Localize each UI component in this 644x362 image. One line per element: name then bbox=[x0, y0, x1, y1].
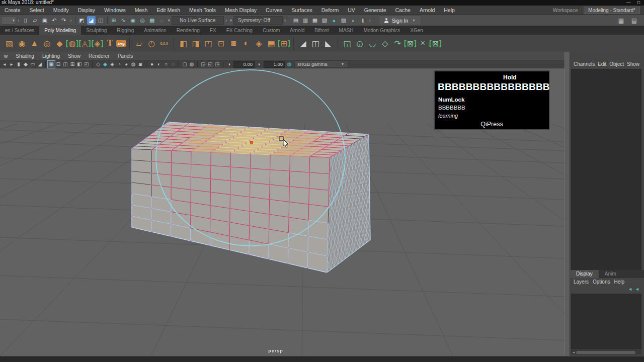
new-scene-icon[interactable]: ▯ bbox=[21, 16, 30, 25]
layer-visibility-icon[interactable]: ◄ bbox=[628, 287, 632, 292]
bookmark-icon[interactable]: ▮ bbox=[15, 61, 22, 68]
shelf-tab[interactable]: Motion Graphics bbox=[359, 26, 406, 35]
half-lighting-icon[interactable]: ◐ bbox=[155, 61, 163, 68]
bevel-icon[interactable]: ◵ bbox=[354, 37, 366, 50]
super-shape-icon[interactable]: ◈ bbox=[91, 37, 104, 50]
two-pane-stacked-layout-icon[interactable]: ⊟ bbox=[55, 61, 62, 68]
snap-to-curve-icon[interactable]: ∿ bbox=[119, 16, 128, 25]
isolate-select-icon[interactable]: ▢ bbox=[181, 61, 188, 68]
anti-alias-icon[interactable]: ◳ bbox=[214, 61, 221, 68]
group-collapse-icon[interactable]: › bbox=[284, 18, 286, 23]
menu-item[interactable]: Mesh Display bbox=[220, 7, 261, 13]
slice-tool-icon[interactable]: ⊠ bbox=[429, 37, 442, 50]
maximize-button[interactable]: □ bbox=[637, 0, 640, 5]
camera-attributes-icon[interactable]: ◆ bbox=[22, 61, 29, 68]
viewport-menu-item[interactable]: Lighting bbox=[38, 53, 64, 59]
selection-mask-dropdown[interactable]: ▾ bbox=[1, 16, 16, 25]
poly-plane-icon[interactable]: ◆ bbox=[53, 37, 66, 50]
image-plane-icon[interactable]: ▭ bbox=[29, 61, 36, 68]
shelf-tab[interactable]: Rendering bbox=[172, 26, 205, 35]
group-collapse-icon[interactable]: › bbox=[369, 18, 370, 23]
shelf-tab[interactable]: MASH bbox=[334, 26, 359, 35]
wedge-icon[interactable]: ↷ bbox=[391, 37, 404, 50]
select-by-component-icon[interactable]: ◫ bbox=[97, 16, 105, 25]
sign-in-button[interactable]: Sign In ▾ bbox=[379, 16, 422, 25]
prev-view-icon[interactable]: ◂ bbox=[1, 61, 8, 68]
channel-box-menu-item[interactable]: Edit bbox=[598, 61, 606, 67]
viewport-menu-item[interactable]: Shading bbox=[12, 53, 38, 59]
select-by-hierarchy-icon[interactable]: ◩ bbox=[77, 16, 86, 25]
title-bar[interactable]: sk Maya 2018: untitled* —□ bbox=[0, 0, 644, 6]
svg-tool-icon[interactable]: svg bbox=[116, 40, 126, 47]
color-management-icon[interactable]: ◍ bbox=[286, 61, 293, 68]
menu-item[interactable]: Mesh bbox=[130, 7, 152, 13]
render-current-frame-icon[interactable]: ▤ bbox=[291, 16, 300, 25]
shelf-tab[interactable]: Animation bbox=[139, 26, 171, 35]
shelf-tab[interactable]: Custom bbox=[258, 26, 285, 35]
workspace-dropdown[interactable]: Modeling - Standard* bbox=[584, 7, 640, 14]
single-pane-layout-icon[interactable]: ▣ bbox=[48, 61, 55, 68]
group-collapse-icon[interactable]: › bbox=[225, 18, 227, 23]
viewport-menu-item[interactable]: Show bbox=[64, 53, 85, 59]
depth-of-field-icon[interactable]: ◱ bbox=[207, 61, 214, 68]
subdivide-icon[interactable]: ◈ bbox=[253, 37, 265, 50]
channel-box-menu-item[interactable]: Show bbox=[627, 61, 639, 67]
layer-editor-menu-item[interactable]: Layers bbox=[574, 279, 592, 285]
two-sided-lighting-icon[interactable]: ◌ bbox=[170, 61, 177, 68]
make-live-icon[interactable]: ◌ bbox=[157, 16, 166, 25]
next-view-icon[interactable]: ▸ bbox=[8, 61, 15, 68]
shadows-icon[interactable]: ◕ bbox=[123, 61, 130, 68]
use-all-lights-icon[interactable]: ◔ bbox=[116, 61, 123, 68]
shelf-tab[interactable]: Arnold bbox=[285, 26, 309, 35]
snap-to-projected-center-icon[interactable]: ◎ bbox=[138, 16, 147, 25]
remesh-grid-icon[interactable]: ⊞ bbox=[278, 37, 290, 50]
bridge-icon[interactable]: ◡ bbox=[366, 37, 379, 50]
open-scene-icon[interactable]: ▱ bbox=[31, 16, 39, 25]
pane-divider[interactable] bbox=[565, 52, 570, 356]
shelf-tab[interactable]: es / Surfaces bbox=[0, 26, 39, 35]
menu-item[interactable]: Generate bbox=[360, 7, 391, 13]
custom-pane-layout-icon[interactable]: ◰ bbox=[83, 61, 90, 68]
gamma-icon[interactable]: ◗ bbox=[256, 61, 263, 68]
ambient-occlusion-icon[interactable]: ◍ bbox=[130, 61, 137, 68]
hypershade-icon[interactable]: ● bbox=[330, 16, 338, 25]
redo-icon[interactable]: ↷ bbox=[59, 16, 68, 25]
smooth-mesh-icon[interactable]: ▦ bbox=[265, 37, 278, 50]
menu-item[interactable]: Arnold bbox=[415, 7, 439, 13]
four-pane-layout-icon[interactable]: ⊞ bbox=[69, 61, 76, 68]
snap-to-point-icon[interactable]: ◉ bbox=[129, 16, 137, 25]
scroll-left-arrow-icon[interactable]: ◂ bbox=[571, 350, 576, 354]
viewport-menu-item[interactable]: Renderer bbox=[85, 53, 114, 59]
platonic-solid-icon[interactable]: ◬ bbox=[78, 37, 91, 50]
shelf-tab[interactable]: Sculpting bbox=[81, 26, 112, 35]
edge-loop-tool-icon[interactable]: ◫ bbox=[309, 37, 322, 50]
menu-item[interactable]: Mesh Tools bbox=[185, 7, 220, 13]
shelf-tab[interactable]: FX bbox=[205, 26, 221, 35]
layer-editor-tab[interactable]: Anim bbox=[599, 270, 622, 278]
pause-viewport-icon[interactable]: ‖ bbox=[358, 16, 367, 25]
render-sequence-icon[interactable]: ▨ bbox=[339, 16, 348, 25]
wireframe-shading-icon[interactable]: ◇ bbox=[95, 61, 102, 68]
layer-editor-scrollbar[interactable]: ◂ bbox=[571, 350, 641, 354]
gamma-field[interactable]: 1.00 bbox=[264, 61, 285, 68]
symmetry-field[interactable]: Symmetry: Off bbox=[233, 16, 283, 25]
snap-to-view-plane-icon[interactable]: ▦ bbox=[148, 16, 156, 25]
xray-icon[interactable]: ◍ bbox=[188, 61, 195, 68]
menu-item[interactable]: UV bbox=[343, 7, 360, 13]
poly-cone-icon[interactable]: ▲ bbox=[28, 37, 41, 50]
type-tool-icon[interactable]: T bbox=[104, 37, 116, 50]
extrude-icon[interactable]: ◱ bbox=[341, 37, 354, 50]
fog-icon[interactable]: ◲ bbox=[200, 61, 207, 68]
channel-box-menu-item[interactable]: Object bbox=[609, 61, 624, 67]
construction-plane-icon[interactable]: ▱ bbox=[133, 37, 145, 50]
ipr-render-icon[interactable]: ▦ bbox=[310, 16, 319, 25]
menu-item[interactable]: Curves bbox=[261, 7, 287, 13]
render-region-icon[interactable]: ▥ bbox=[301, 16, 309, 25]
layer-editor-menu-item[interactable]: Help bbox=[614, 279, 627, 285]
menu-item[interactable]: Edit Mesh bbox=[152, 7, 185, 13]
caret-icon[interactable]: ▾ bbox=[230, 18, 232, 23]
menu-item[interactable]: Windows bbox=[100, 7, 130, 13]
boolean-wheel-icon[interactable]: ◙ bbox=[227, 37, 240, 50]
poly-torus-icon[interactable]: ◎ bbox=[41, 37, 53, 50]
grease-pencil-icon[interactable]: ◢ bbox=[36, 61, 43, 68]
